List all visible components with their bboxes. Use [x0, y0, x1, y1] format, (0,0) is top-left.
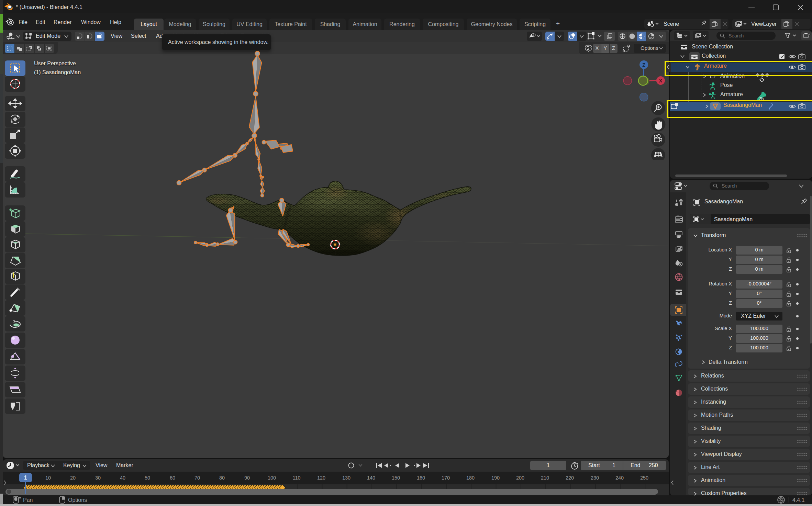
svg-text:Options: Options — [68, 497, 87, 503]
svg-text:4.4.1: 4.4.1 — [792, 497, 805, 503]
svg-text:X: X — [659, 78, 663, 83]
svg-text:Z: Z — [642, 62, 645, 68]
svg-text:Pan: Pan — [23, 497, 33, 503]
svg-text:1: 1 — [24, 475, 27, 481]
